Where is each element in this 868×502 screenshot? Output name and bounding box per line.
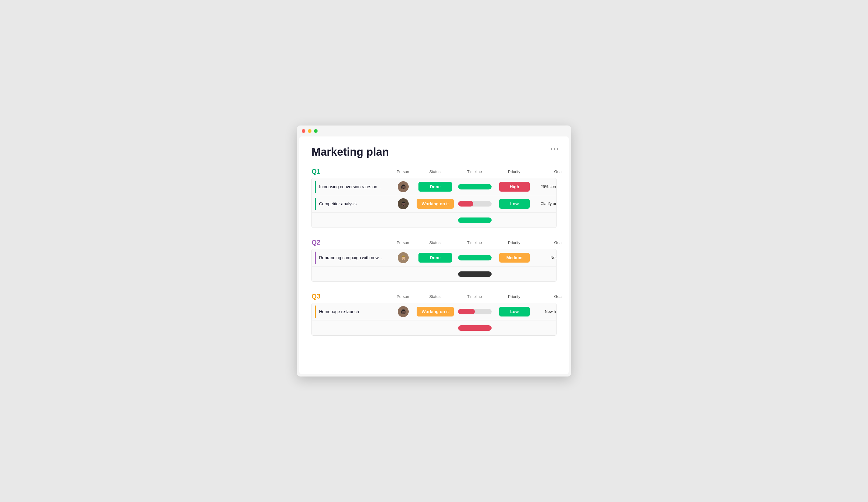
- avatar-cell: 👩🏿: [391, 181, 415, 192]
- col-goal: Goal: [534, 240, 571, 245]
- goal-cell: Clarify our main co...: [534, 201, 557, 206]
- priority-cell[interactable]: High: [495, 182, 534, 191]
- page-title: Marketing plan: [311, 146, 557, 158]
- section-title-q1: Q1: [311, 168, 391, 176]
- task-row-q1-0[interactable]: Increasing conversion rates on... 👩🏿 Don…: [312, 178, 556, 195]
- main-content: Marketing plan ••• Q1 Person Status Time…: [299, 136, 569, 374]
- timeline-cell: [455, 309, 495, 314]
- sum-timeline-cell: [455, 218, 495, 223]
- task-row-q2-0[interactable]: Rebranding campaign with new... 👨🏼 Done …: [312, 249, 556, 266]
- avatar: 👩🏿: [398, 306, 409, 317]
- avatar-cell: 👩🏿: [391, 306, 415, 317]
- goal-cell: 25% conversion rate: [534, 184, 557, 189]
- task-row-q3-0[interactable]: Homepage re-launch 👩🏿 Working on it Low …: [312, 303, 556, 320]
- maximize-dot[interactable]: [314, 129, 318, 133]
- priority-badge[interactable]: Low: [499, 199, 530, 209]
- priority-badge[interactable]: Medium: [499, 253, 530, 263]
- col-person: Person: [391, 294, 415, 299]
- more-options-button[interactable]: •••: [550, 146, 560, 153]
- summary-row-q2: $3,000 sum: [312, 266, 556, 281]
- goal-cell: New logo: [534, 255, 557, 260]
- section-header-q1: Q1 Person Status Timeline Priority Goal …: [311, 168, 557, 176]
- rows-container-q3: Homepage re-launch 👩🏿 Working on it Low …: [311, 303, 557, 336]
- close-dot[interactable]: [302, 129, 306, 133]
- task-bar: [315, 252, 316, 264]
- avatar: 👨🏿: [398, 198, 409, 209]
- section-header-q2: Q2 Person Status Timeline Priority Goal …: [311, 239, 557, 247]
- timeline-bar: [458, 201, 492, 207]
- task-name-cell: Competitor analysis: [312, 198, 391, 210]
- col-status: Status: [415, 294, 455, 299]
- task-bar: [315, 305, 316, 318]
- section-title-q3: Q3: [311, 292, 391, 300]
- minimize-dot[interactable]: [308, 129, 311, 133]
- timeline-fill: [458, 201, 473, 207]
- task-row-q1-1[interactable]: Competitor analysis 👨🏿 Working on it Low…: [312, 195, 556, 212]
- sum-bar: [458, 271, 492, 277]
- app-window: Marketing plan ••• Q1 Person Status Time…: [297, 125, 571, 377]
- goal-cell: New homepage: [534, 309, 557, 314]
- summary-row-q1: $6,200 sum: [312, 212, 556, 228]
- sum-bar: [458, 218, 492, 223]
- status-badge[interactable]: Done: [418, 182, 452, 191]
- status-badge[interactable]: Done: [418, 253, 452, 263]
- col-status: Status: [415, 169, 455, 174]
- timeline-fill: [458, 309, 475, 314]
- timeline-fill: [458, 184, 492, 189]
- task-bar: [315, 198, 316, 210]
- rows-container-q1: Increasing conversion rates on... 👩🏿 Don…: [311, 178, 557, 228]
- task-name: Rebranding campaign with new...: [319, 255, 382, 260]
- sum-bar: [458, 325, 492, 331]
- priority-cell[interactable]: Low: [495, 199, 534, 209]
- col-timeline: Timeline: [455, 240, 494, 245]
- priority-cell[interactable]: Medium: [495, 253, 534, 263]
- col-priority: Priority: [494, 240, 534, 245]
- col-priority: Priority: [494, 169, 534, 174]
- status-cell[interactable]: Done: [415, 182, 455, 191]
- avatar: 👩🏿: [398, 181, 409, 192]
- col-person: Person: [391, 240, 415, 245]
- col-goal: Goal: [534, 169, 571, 174]
- col-person: Person: [391, 169, 415, 174]
- timeline-cell: [455, 255, 495, 260]
- task-name: Competitor analysis: [319, 201, 356, 206]
- avatar: 👨🏼: [398, 252, 409, 263]
- task-name-cell: Increasing conversion rates on...: [312, 181, 391, 193]
- priority-badge[interactable]: Low: [499, 307, 530, 316]
- section-header-q3: Q3 Person Status Timeline Priority Goal …: [311, 292, 557, 300]
- timeline-cell: [455, 184, 495, 189]
- timeline-bar: [458, 309, 492, 314]
- sum-timeline-cell: [455, 271, 495, 277]
- task-name-cell: Rebranding campaign with new...: [312, 252, 391, 264]
- timeline-bar: [458, 184, 492, 189]
- task-name: Homepage re-launch: [319, 309, 359, 314]
- col-goal: Goal: [534, 294, 571, 299]
- task-bar: [315, 181, 316, 193]
- summary-row-q3: $4,550 sum: [312, 320, 556, 335]
- priority-badge[interactable]: High: [499, 182, 530, 191]
- status-cell[interactable]: Working on it: [415, 199, 455, 209]
- avatar-cell: 👨🏼: [391, 252, 415, 263]
- status-badge[interactable]: Working on it: [417, 307, 454, 316]
- section-q3: Q3 Person Status Timeline Priority Goal …: [311, 292, 557, 336]
- col-timeline: Timeline: [455, 294, 494, 299]
- section-q2: Q2 Person Status Timeline Priority Goal …: [311, 239, 557, 282]
- sum-timeline-cell: [455, 325, 495, 331]
- status-cell[interactable]: Working on it: [415, 307, 455, 316]
- status-badge[interactable]: Working on it: [417, 199, 454, 209]
- task-name-cell: Homepage re-launch: [312, 305, 391, 318]
- timeline-bar: [458, 255, 492, 260]
- col-priority: Priority: [494, 294, 534, 299]
- section-title-q2: Q2: [311, 239, 391, 247]
- title-bar: [297, 125, 571, 136]
- col-status: Status: [415, 240, 455, 245]
- priority-cell[interactable]: Low: [495, 307, 534, 316]
- rows-container-q2: Rebranding campaign with new... 👨🏼 Done …: [311, 249, 557, 282]
- task-name: Increasing conversion rates on...: [319, 184, 381, 189]
- section-q1: Q1 Person Status Timeline Priority Goal …: [311, 168, 557, 228]
- timeline-cell: [455, 201, 495, 207]
- status-cell[interactable]: Done: [415, 253, 455, 263]
- timeline-fill: [458, 255, 492, 260]
- avatar-cell: 👨🏿: [391, 198, 415, 209]
- col-timeline: Timeline: [455, 169, 494, 174]
